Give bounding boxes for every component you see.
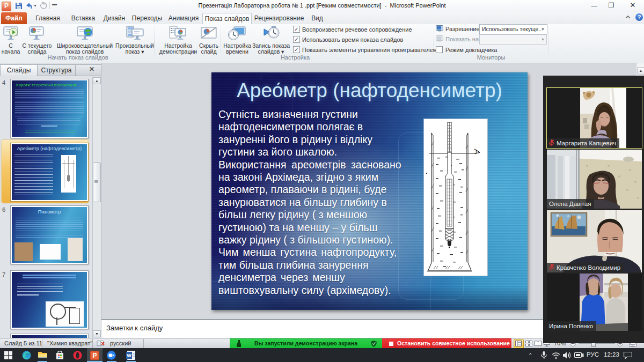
svg-text:W: W — [127, 353, 131, 358]
svg-text:P: P — [92, 352, 97, 359]
svg-text:A: A — [473, 149, 482, 154]
